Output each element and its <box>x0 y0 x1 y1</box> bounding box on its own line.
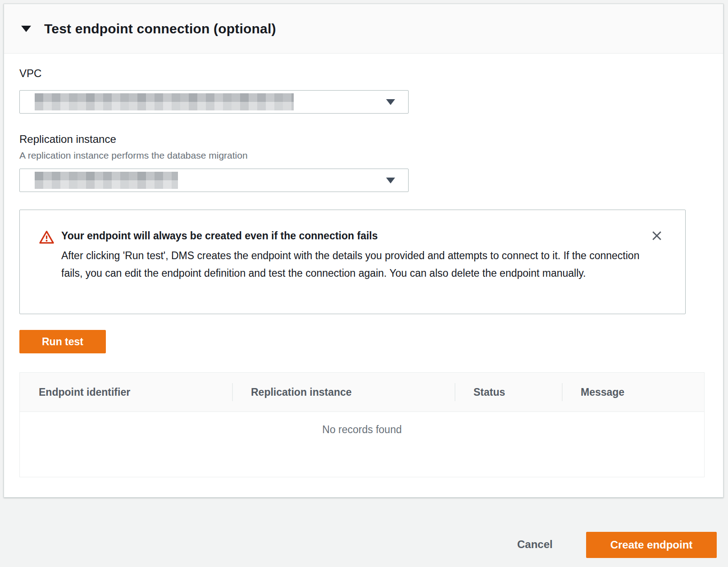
collapse-triangle-icon <box>21 26 31 32</box>
close-button[interactable] <box>649 228 664 243</box>
chevron-down-icon <box>386 178 395 183</box>
page-title: Test endpoint connection (optional) <box>44 21 276 37</box>
section-header-toggle[interactable]: Test endpoint connection (optional) <box>4 4 723 54</box>
column-header-replication-instance: Replication instance <box>232 373 455 412</box>
warning-alert: Your endpoint will always be created eve… <box>19 210 686 314</box>
create-endpoint-button[interactable]: Create endpoint <box>586 532 717 558</box>
vpc-redacted-value <box>35 93 294 110</box>
run-test-button[interactable]: Run test <box>19 330 106 353</box>
chevron-down-icon <box>386 99 395 105</box>
column-header-message: Message <box>562 373 704 412</box>
vpc-select[interactable] <box>19 90 409 114</box>
warning-body: After clicking 'Run test', DMS creates t… <box>61 247 651 282</box>
test-endpoint-connection-panel: Test endpoint connection (optional) VPC … <box>4 4 723 498</box>
column-header-status: Status <box>455 373 562 412</box>
column-header-endpoint-identifier: Endpoint identifier <box>20 373 232 412</box>
replication-instance-description: A replication instance performs the data… <box>19 150 248 161</box>
warning-triangle-icon <box>39 230 54 245</box>
replication-instance-redacted-value <box>35 172 178 189</box>
replication-instance-label: Replication instance <box>19 133 116 146</box>
warning-title: Your endpoint will always be created eve… <box>61 230 651 242</box>
table-header-row: Endpoint identifier Replication instance… <box>20 373 704 412</box>
test-results-table: Endpoint identifier Replication instance… <box>19 372 705 477</box>
close-icon <box>651 229 663 242</box>
empty-state-message: No records found <box>20 412 704 436</box>
replication-instance-select[interactable] <box>19 169 409 192</box>
vpc-label: VPC <box>19 67 41 80</box>
cancel-button[interactable]: Cancel <box>511 536 559 553</box>
